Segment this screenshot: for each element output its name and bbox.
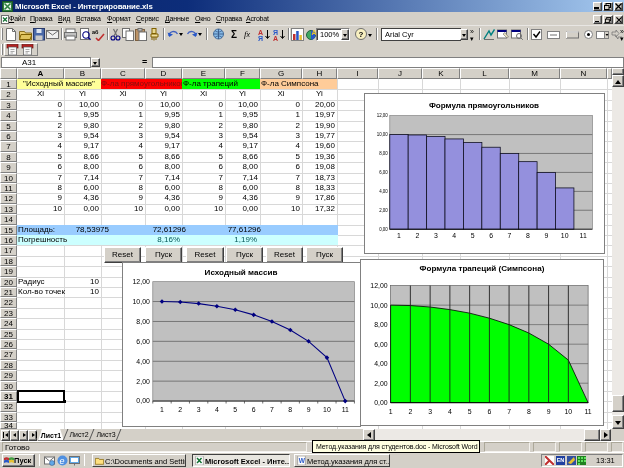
svg-text:0,00: 0,00 — [379, 227, 388, 232]
svg-text:2,00: 2,00 — [374, 380, 388, 387]
svg-text:10: 10 — [565, 408, 573, 415]
svg-text:5: 5 — [468, 408, 472, 415]
svg-text:6: 6 — [489, 232, 493, 239]
svg-text:7: 7 — [270, 406, 274, 413]
svg-text:8,00: 8,00 — [379, 151, 388, 156]
svg-text:10,00: 10,00 — [377, 132, 389, 137]
svg-text:0,00: 0,00 — [136, 397, 150, 404]
svg-text:2,00: 2,00 — [379, 208, 388, 213]
svg-text:?: ? — [359, 30, 364, 39]
svg-text:аб: аб — [92, 29, 99, 35]
svg-text:4,00: 4,00 — [136, 358, 150, 365]
svg-text:5: 5 — [471, 232, 475, 239]
svg-text:4: 4 — [448, 408, 452, 415]
svg-text:10,00: 10,00 — [370, 302, 387, 309]
svg-text:Я: Я — [258, 35, 263, 41]
svg-text:6: 6 — [252, 406, 256, 413]
svg-text:10,00: 10,00 — [133, 298, 150, 305]
svg-text:1: 1 — [397, 232, 401, 239]
svg-text:1: 1 — [160, 406, 164, 413]
svg-text:8: 8 — [288, 406, 292, 413]
svg-text:11: 11 — [580, 232, 587, 239]
svg-text:2: 2 — [408, 408, 412, 415]
svg-text:3: 3 — [428, 408, 432, 415]
svg-text:4,00: 4,00 — [374, 360, 388, 367]
svg-text:12,00: 12,00 — [377, 113, 389, 118]
svg-text:4,00: 4,00 — [379, 189, 388, 194]
svg-text:Исходный массив: Исходный массив — [205, 268, 278, 277]
svg-text:8: 8 — [526, 232, 530, 239]
svg-text:7: 7 — [508, 232, 512, 239]
svg-text:6,00: 6,00 — [374, 341, 388, 348]
svg-text:5: 5 — [233, 406, 237, 413]
svg-text:1: 1 — [389, 408, 393, 415]
svg-text:7: 7 — [507, 408, 511, 415]
svg-text:10: 10 — [561, 232, 569, 239]
svg-text:9: 9 — [547, 408, 551, 415]
svg-text:12,00: 12,00 — [370, 282, 387, 289]
svg-text:W: W — [299, 457, 306, 464]
svg-text:4: 4 — [452, 232, 456, 239]
svg-text:10: 10 — [323, 406, 331, 413]
svg-text:8,00: 8,00 — [374, 321, 388, 328]
svg-text:e: e — [60, 456, 65, 466]
svg-text:6: 6 — [487, 408, 491, 415]
svg-text:11: 11 — [342, 406, 349, 413]
svg-text:Формула прямоугольников: Формула прямоугольников — [429, 101, 539, 110]
svg-text:3: 3 — [434, 232, 438, 239]
svg-text:Формула трапеций (Симпсона): Формула трапеций (Симпсона) — [420, 264, 545, 273]
svg-text:9: 9 — [307, 406, 311, 413]
svg-text:2,00: 2,00 — [136, 378, 150, 385]
svg-text:12,00: 12,00 — [133, 278, 150, 285]
svg-text:8,00: 8,00 — [136, 318, 150, 325]
svg-text:А: А — [273, 35, 278, 41]
svg-text:2: 2 — [416, 232, 420, 239]
svg-text:4: 4 — [215, 406, 219, 413]
svg-text:6,00: 6,00 — [379, 170, 388, 175]
svg-text:6,00: 6,00 — [136, 338, 150, 345]
svg-text:8: 8 — [527, 408, 531, 415]
svg-text:2: 2 — [178, 406, 182, 413]
svg-text:9: 9 — [544, 232, 548, 239]
svg-text:0,00: 0,00 — [374, 399, 388, 406]
svg-text:3: 3 — [197, 406, 201, 413]
svg-text:11: 11 — [585, 408, 592, 415]
